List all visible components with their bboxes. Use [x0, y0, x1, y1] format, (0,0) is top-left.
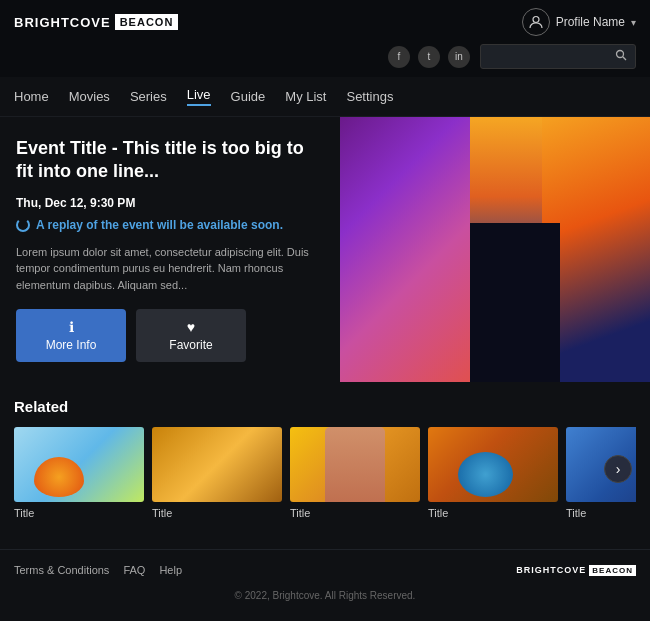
info-icon: ℹ	[69, 319, 74, 335]
related-title: Related	[14, 398, 636, 415]
related-item-title-5: Title	[566, 507, 636, 519]
more-info-label: More Info	[46, 338, 97, 352]
profile-chevron-icon: ▾	[631, 17, 636, 28]
profile-name-text: Profile Name	[556, 15, 625, 29]
footer-links: Terms & Conditions FAQ Help	[14, 564, 182, 576]
footer-logo-brightcove: BRIGHTCOVE	[516, 565, 586, 575]
related-item-title-4: Title	[428, 507, 558, 519]
header: BRIGHTCOVE BEACON Profile Name ▾ f t	[0, 0, 650, 77]
hero-image-right	[470, 117, 650, 382]
profile-button[interactable]: Profile Name ▾	[522, 8, 636, 36]
hero-images	[340, 117, 650, 382]
footer-copyright: © 2022, Brightcove. All Rights Reserved.	[0, 584, 650, 611]
nav-item-guide[interactable]: Guide	[231, 89, 266, 104]
social-icons: f t in	[388, 46, 470, 68]
profile-avatar-icon	[522, 8, 550, 36]
logo-brightcove-text: BRIGHTCOVE	[14, 15, 111, 30]
hero-description: Lorem ipsum dolor sit amet, consectetur …	[16, 244, 324, 294]
svg-point-0	[533, 17, 539, 23]
related-carousel: Title Title Title Title Title ›	[14, 427, 636, 519]
top-bar: BRIGHTCOVE BEACON Profile Name ▾	[0, 0, 650, 44]
hero-buttons: ℹ More Info ♥ Favorite	[16, 309, 324, 362]
hero-section: Event Title - This title is too big to f…	[0, 117, 650, 382]
hero-content: Event Title - This title is too big to f…	[0, 117, 340, 382]
thumbnail-1	[14, 427, 144, 502]
list-item[interactable]: Title	[14, 427, 144, 519]
hero-date: Thu, Dec 12, 9:30 PM	[16, 196, 324, 210]
footer-main: Terms & Conditions FAQ Help BRIGHTCOVE B…	[0, 549, 650, 584]
search-bar[interactable]	[480, 44, 636, 69]
logo-beacon-text: BEACON	[115, 14, 179, 30]
related-item-title-3: Title	[290, 507, 420, 519]
search-input[interactable]	[489, 50, 609, 64]
replay-spinner-icon	[16, 218, 30, 232]
favorite-button[interactable]: ♥ Favorite	[136, 309, 246, 362]
replay-text: A replay of the event will be available …	[36, 218, 283, 232]
hero-title: Event Title - This title is too big to f…	[16, 137, 324, 184]
nav-item-settings[interactable]: Settings	[346, 89, 393, 104]
heart-icon: ♥	[187, 319, 195, 335]
related-item-title-1: Title	[14, 507, 144, 519]
favorite-label: Favorite	[169, 338, 212, 352]
thumbnail-2	[152, 427, 282, 502]
nav-item-live[interactable]: Live	[187, 87, 211, 106]
instagram-icon[interactable]: in	[448, 46, 470, 68]
footer: Terms & Conditions FAQ Help BRIGHTCOVE B…	[0, 549, 650, 611]
related-item-title-2: Title	[152, 507, 282, 519]
nav-item-series[interactable]: Series	[130, 89, 167, 104]
hero-image-left	[340, 117, 470, 382]
thumbnail-3	[290, 427, 420, 502]
facebook-icon[interactable]: f	[388, 46, 410, 68]
footer-faq-link[interactable]: FAQ	[123, 564, 145, 576]
svg-point-1	[617, 51, 624, 58]
footer-help-link[interactable]: Help	[159, 564, 182, 576]
logo[interactable]: BRIGHTCOVE BEACON	[14, 14, 178, 30]
footer-terms-link[interactable]: Terms & Conditions	[14, 564, 109, 576]
list-item[interactable]: Title	[428, 427, 558, 519]
search-button[interactable]	[615, 49, 627, 64]
more-info-button[interactable]: ℹ More Info	[16, 309, 126, 362]
nav-item-home[interactable]: Home	[14, 89, 49, 104]
hero-replay-status: A replay of the event will be available …	[16, 218, 324, 232]
main-nav: Home Movies Series Live Guide My List Se…	[0, 77, 650, 117]
list-item[interactable]: Title	[152, 427, 282, 519]
footer-logo: BRIGHTCOVE BEACON	[516, 565, 636, 576]
list-item[interactable]: Title	[290, 427, 420, 519]
thumbnail-4	[428, 427, 558, 502]
related-section: Related Title Title Title Title Title ›	[0, 382, 650, 529]
footer-logo-beacon: BEACON	[589, 565, 636, 576]
nav-item-movies[interactable]: Movies	[69, 89, 110, 104]
header-right-controls: Profile Name ▾	[522, 8, 636, 36]
nav-item-mylist[interactable]: My List	[285, 89, 326, 104]
twitter-icon[interactable]: t	[418, 46, 440, 68]
svg-line-2	[623, 57, 626, 60]
